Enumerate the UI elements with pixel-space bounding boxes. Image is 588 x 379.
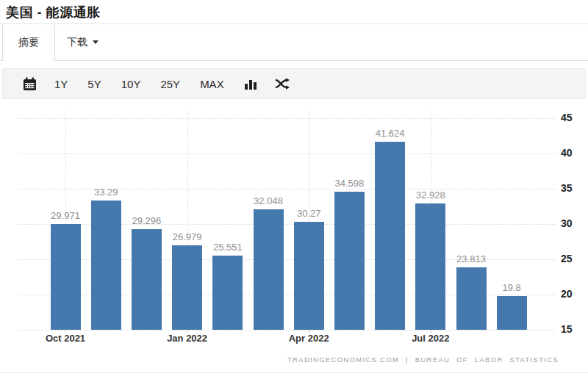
bar-value-label: 32.048 — [239, 195, 298, 206]
bar[interactable] — [415, 203, 445, 330]
bar-value-label: 41.624 — [361, 128, 420, 139]
bar-value-label: 29.296 — [117, 215, 176, 226]
x-axis-label: Jan 2022 — [151, 333, 224, 344]
bar-value-label: 25.551 — [198, 242, 257, 253]
bar-value-label: 33.29 — [76, 187, 135, 198]
x-axis-label: Jul 2022 — [394, 333, 467, 344]
page: 美国 - 能源通胀 摘要 下载 1Y 5Y — [0, 0, 588, 379]
bar-value-label: 34.598 — [320, 178, 379, 189]
bar[interactable] — [334, 192, 365, 330]
bar[interactable] — [51, 224, 81, 330]
y-axis-label: 30 — [561, 217, 586, 229]
bar-value-label: 19.8 — [482, 282, 541, 293]
bar[interactable] — [456, 267, 487, 330]
bar[interactable] — [497, 296, 527, 330]
tab-summary-label: 摘要 — [18, 36, 39, 49]
tab-summary[interactable]: 摘要 — [2, 24, 55, 61]
gridline-horizontal — [18, 118, 556, 119]
x-axis-label: Oct 2021 — [29, 333, 102, 344]
y-axis-label: 15 — [561, 323, 586, 335]
chart-attribution: TRADINGECONOMICS.COM | BUREAU OF LABOR S… — [287, 355, 559, 364]
gridline-horizontal — [18, 154, 556, 154]
bar[interactable] — [375, 142, 405, 330]
bar-value-label: 32.928 — [401, 190, 460, 201]
y-axis-label: 20 — [561, 288, 586, 300]
bar-value-label: 29.971 — [36, 210, 95, 221]
bar[interactable] — [172, 245, 202, 330]
y-axis-label: 45 — [561, 112, 586, 123]
y-axis-label: 40 — [561, 147, 586, 159]
bar[interactable] — [212, 256, 243, 330]
bar-chart: 45403530252015Oct 2021Jan 2022Apr 2022Ju… — [0, 0, 588, 379]
gridline-horizontal — [18, 330, 556, 331]
y-axis-label: 25 — [561, 253, 586, 264]
bar-value-label: 23.813 — [442, 253, 501, 264]
bar[interactable] — [254, 209, 284, 330]
y-axis-label: 35 — [561, 182, 586, 194]
x-axis-label: Apr 2022 — [272, 333, 345, 344]
bar[interactable] — [294, 222, 324, 330]
bottom-divider — [0, 372, 588, 373]
bar-value-label: 30.27 — [279, 208, 338, 219]
bar[interactable] — [132, 229, 162, 330]
